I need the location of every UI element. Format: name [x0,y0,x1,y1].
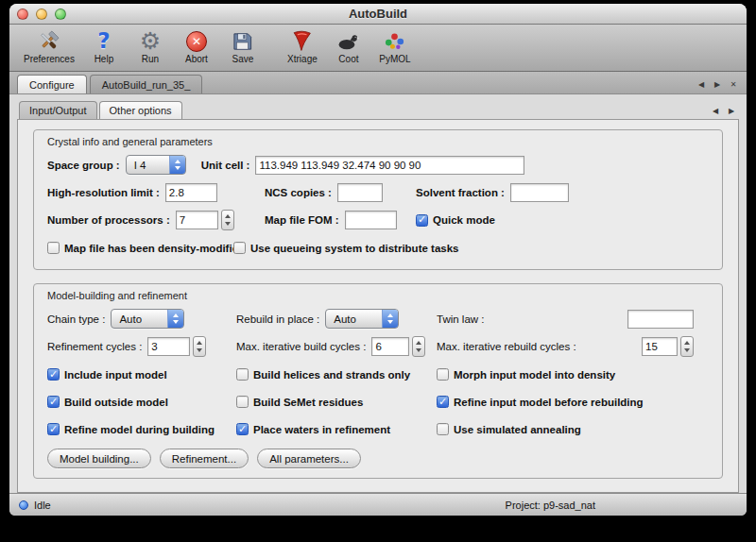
tab-scroll-left-icon[interactable]: ◀ [696,80,707,89]
status-led-icon [19,500,28,510]
xtriage-button[interactable]: Xtriage [283,27,322,65]
title-bar[interactable]: AutoBuild [9,4,747,25]
twin-law-label: Twin law : [437,313,485,325]
tab-label: Other options [110,105,172,116]
map-fom-input[interactable] [345,211,397,229]
chain-type-value: Auto [119,313,142,325]
processors-stepper[interactable] [221,210,234,230]
twin-law-input[interactable] [627,310,694,329]
checkbox-build-semet[interactable]: Build SeMet residues [236,392,437,412]
checkbox-label: Build SeMet residues [253,397,363,408]
checkbox-refine-during-building[interactable]: Refine model during building [47,419,236,439]
build-cycles-label: Max. iterative build cycles : [236,341,366,352]
zoom-window-button[interactable] [55,8,66,20]
solvent-fraction-label: Solvent fraction : [416,187,505,198]
rebuild-in-place-select[interactable]: Auto [325,309,399,329]
sub-tab-navigation: ◀ ▶ [710,107,739,119]
refinement-cycles-stepper[interactable] [193,336,206,357]
tab-other-options[interactable]: Other options [99,101,182,119]
crystal-info-groupbox: Crystal info and general parameters Spac… [33,129,723,270]
save-button[interactable]: Save [223,27,263,65]
popup-arrows-icon [167,310,183,328]
tab-label: AutoBuild_run_35_ [102,79,191,91]
all-parameters-button[interactable]: All parameters... [257,449,361,468]
ncs-copies-label: NCS copies : [265,187,332,198]
processors-input[interactable] [176,211,218,229]
preferences-button[interactable]: Preferences [21,27,77,65]
resolution-row: High-resolution limit : NCS copies : Sol… [47,182,709,202]
checkbox-label: Quick mode [433,214,495,226]
popup-arrows-icon [382,310,398,328]
space-group-label: Space group : [47,160,120,171]
model-building-groupbox: Model-building and refinement Chain type… [33,283,723,479]
rebuild-cycles-stepper[interactable] [680,336,694,357]
rebuild-cycles-input[interactable] [642,337,678,356]
tab-configure[interactable]: Configure [17,75,87,93]
toolbar-label: Xtriage [287,54,318,64]
solvent-fraction-input[interactable] [510,183,569,202]
model-building-grid: Chain type : Auto Rebuild in place : Aut… [47,309,709,439]
groupbox-title: Model-building and refinement [47,290,709,301]
coot-button[interactable]: Coot [329,27,369,65]
checkbox-queueing[interactable]: Use queueing system to distribute tasks [233,242,464,254]
xtriage-icon [289,28,315,54]
checkbox-simulated-annealing[interactable]: Use simulated annealing [437,419,709,439]
checkbox-box [47,423,60,435]
crystal-checkbox-row: Map file has been density-modified Use q… [47,238,709,258]
chain-type-label: Chain type : [47,313,105,325]
checkbox-label: Use simulated annealing [454,424,581,435]
checkbox-box [236,368,249,381]
checkbox-quick-mode[interactable]: Quick mode [416,214,501,227]
pymol-button[interactable]: PyMOL [375,27,415,65]
build-cycles-input[interactable] [371,337,409,356]
refinement-button[interactable]: Refinement... [160,449,249,468]
checkbox-label: Refine model during building [64,424,215,435]
abort-button[interactable]: Abort [177,27,216,65]
options-panel: Crystal info and general parameters Spac… [17,119,739,493]
rebuild-in-place-value: Auto [334,313,356,325]
map-fom-label: Map file FOM : [265,214,339,226]
space-group-row: Space group : I 4 Unit cell : [47,155,709,175]
minimize-window-button[interactable] [36,8,47,20]
checkbox-include-input-model[interactable]: Include input model [47,364,236,384]
main-toolbar: Preferences Help Run Abort Save [9,25,747,72]
unit-cell-input[interactable] [255,156,524,175]
checkbox-label: Refine input model before rebuilding [454,397,644,408]
status-text: Idle [34,500,51,511]
checkbox-label: Include input model [64,369,167,381]
tab-scroll-right-icon[interactable]: ▶ [712,80,723,89]
checkbox-morph-input-model[interactable]: Morph input model into density [437,364,709,384]
pymol-icon [382,28,407,54]
rebuild-cycles-label: Max. iterative rebuild cycles : [437,341,576,352]
close-window-button[interactable] [17,8,28,20]
chain-type-select[interactable]: Auto [111,309,184,329]
checkbox-place-waters[interactable]: Place waters in refinement [236,419,437,439]
tab-close-icon[interactable]: ✕ [728,80,739,89]
checkbox-build-outside-model[interactable]: Build outside model [47,392,236,412]
subtab-scroll-left-icon[interactable]: ◀ [710,107,721,115]
checkbox-label: Use queueing system to distribute tasks [250,243,458,254]
toolbar-label: Preferences [24,54,75,64]
checkbox-density-modified[interactable]: Map file has been density-modified [47,242,233,254]
space-group-select[interactable]: I 4 [126,155,186,175]
help-button[interactable]: Help [84,27,124,65]
model-building-button[interactable]: Model building... [47,449,151,468]
coot-bird-icon [335,28,361,54]
subtab-scroll-right-icon[interactable]: ▶ [726,107,737,115]
refinement-cycles-input[interactable] [147,337,190,356]
tab-input-output[interactable]: Input/Output [19,101,97,119]
window-controls [17,8,66,20]
app-window: AutoBuild Preferences Help [9,4,747,516]
checkbox-box [47,368,60,381]
build-cycles-stepper[interactable] [412,336,425,357]
toolbar-label: Save [232,54,254,64]
checkbox-build-helices-strands[interactable]: Build helices and strands only [236,364,437,384]
checkbox-refine-input-model[interactable]: Refine input model before rebuilding [437,392,709,412]
unit-cell-label: Unit cell : [201,160,250,171]
high-res-input[interactable] [165,183,217,202]
run-button[interactable]: Run [130,27,170,65]
checkbox-label: Map file has been density-modified [64,243,245,254]
ncs-copies-input[interactable] [337,183,383,202]
checkbox-box [437,423,449,435]
tab-autobuild-run-35[interactable]: AutoBuild_run_35_ [90,75,203,93]
